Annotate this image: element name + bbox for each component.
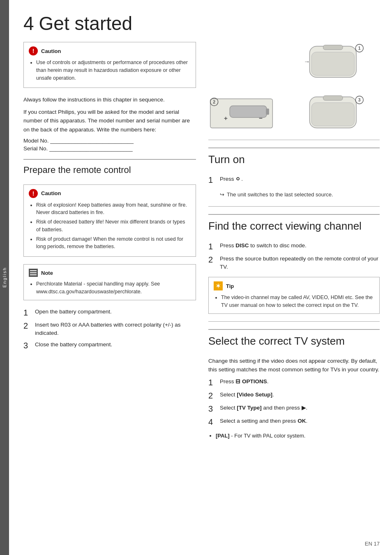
svg-rect-15 — [311, 103, 354, 126]
disc-bold: DISC — [235, 242, 249, 249]
turn-on-arrow: ↪ The unit switches to the last selected… — [208, 191, 333, 199]
remote-caution-item-0: Risk of explosion! Keep batteries away f… — [36, 201, 191, 217]
left-column: ! Caution Use of controls or adjustments… — [23, 42, 196, 440]
tv-sub-items: [PAL] - For TV with PAL color system. — [216, 433, 380, 439]
tip-item-0: The video-in channel may be called AV, V… — [221, 294, 374, 309]
tip-title: Tip — [226, 283, 234, 289]
tip-list: The video-in channel may be called AV, V… — [214, 294, 374, 309]
ok-label: OK — [297, 418, 306, 424]
svg-rect-5 — [311, 52, 354, 76]
find-channel-step-1: 1 Press DISC to switch to disc mode. — [208, 242, 380, 251]
serial-label: Serial No. ___________________________ — [23, 145, 196, 152]
battery-diagram-svg: 1 → + − — [208, 44, 380, 130]
svg-text:3: 3 — [358, 98, 361, 102]
find-channel-steps: 1 Press DISC to switch to disc mode. 2 P… — [208, 242, 380, 272]
tip-header: ✶ Tip — [214, 281, 374, 290]
content-columns: ! Caution Use of controls or adjustments… — [23, 42, 380, 440]
turn-on-step-1: 1 Press ⭘. ↪ The unit switches to the la… — [208, 175, 380, 199]
chapter-number: 4 — [23, 13, 34, 34]
top-caution-box: ! Caution Use of controls or adjustments… — [23, 42, 196, 88]
chapter-title-area: 4Get started — [23, 12, 380, 35]
svg-rect-10 — [266, 108, 269, 115]
note-icon — [29, 269, 38, 277]
tv-step-1: 1 Press ⊟ OPTIONS. — [208, 378, 380, 387]
note-list: Perchlorate Material - special handling … — [29, 280, 191, 296]
tv-step-4: 4 Select a setting and then press OK. — [208, 417, 380, 427]
pal-item: [PAL] - For TV with PAL color system. — [216, 433, 380, 439]
intro-para2: If you contact Philips, you will be aske… — [23, 108, 196, 134]
note-item-0: Perchlorate Material - special handling … — [36, 280, 191, 296]
tv-step-3: 3 Select [TV Type] and then press ▶. — [208, 404, 380, 414]
remote-steps: 1 Open the battery compartment. 2 Insert… — [23, 308, 196, 351]
caution-item: Use of controls or adjustments or perfor… — [36, 59, 191, 82]
caution-icon: ! — [29, 46, 38, 55]
caution-title: Caution — [41, 48, 61, 54]
options-label: OPTIONS — [242, 378, 267, 385]
chapter-title: Get started — [39, 13, 133, 34]
svg-text:2: 2 — [213, 100, 215, 104]
svg-rect-9 — [230, 106, 267, 117]
battery-diagram: 1 → + − — [208, 42, 380, 132]
tv-system-heading: Select the correct TV system — [208, 329, 380, 351]
find-channel-step-2: 2 Press the source button repeatedly on … — [208, 255, 380, 272]
tv-system-steps: 1 Press ⊟ OPTIONS. 2 Select [Video Setup… — [208, 378, 380, 427]
remote-caution-item-1: Risk of decreased battery life! Never mi… — [36, 218, 191, 234]
svg-text:+: + — [224, 115, 228, 122]
remote-step-2: 2 Insert two R03 or AAA batteries with c… — [23, 321, 196, 338]
note-title: Note — [41, 270, 53, 276]
remote-caution-list: Risk of explosion! Keep batteries away f… — [29, 201, 191, 251]
note-header: Note — [29, 269, 191, 277]
svg-rect-14 — [323, 96, 343, 100]
svg-rect-1 — [323, 45, 343, 50]
tip-icon: ✶ — [214, 281, 223, 290]
remote-caution-box: ! Caution Risk of explosion! Keep batter… — [23, 184, 196, 257]
video-setup-label: [Video Setup] — [237, 391, 272, 398]
remote-caution-icon: ! — [29, 189, 38, 198]
remote-caution-header: ! Caution — [29, 189, 191, 198]
page-number: EN 17 — [365, 541, 380, 547]
svg-text:→: → — [304, 58, 310, 65]
divider-turn-on — [208, 140, 380, 140]
right-column: 1 → + − — [208, 42, 380, 440]
svg-text:1: 1 — [358, 46, 361, 51]
caution-header: ! Caution — [29, 46, 191, 55]
main-content: 4Get started ! Caution Use of controls o… — [9, 0, 392, 555]
divider-tv-system — [208, 321, 380, 322]
model-label: Model No. ___________________________ — [23, 138, 196, 144]
divider-find-channel — [208, 206, 380, 207]
prepare-remote-heading: Prepare the remote control — [23, 159, 196, 179]
tv-step-2: 2 Select [Video Setup]. — [208, 391, 380, 401]
tv-type-label: [TV Type] — [237, 405, 262, 411]
remote-caution-item-2: Risk of product damage! When the remote … — [36, 235, 191, 251]
turn-on-steps: 1 Press ⭘. ↪ The unit switches to the la… — [208, 175, 380, 199]
remote-step-1: 1 Open the battery compartment. — [23, 308, 196, 318]
remote-caution-title: Caution — [41, 190, 61, 196]
caution-list: Use of controls or adjustments or perfor… — [29, 59, 191, 82]
tip-box: ✶ Tip The video-in channel may be called… — [208, 277, 380, 314]
options-icon-bold: ⊟ — [235, 378, 240, 385]
turn-on-heading: Turn on — [208, 147, 380, 169]
find-channel-heading: Find the correct viewing channel — [208, 214, 380, 236]
sidebar-tab: English — [0, 0, 9, 555]
note-box: Note Perchlorate Material - special hand… — [23, 264, 196, 300]
sidebar-label: English — [2, 267, 7, 288]
remote-step-3: 3 Close the battery compartment. — [23, 341, 196, 350]
intro-para1: Always follow the instructions in this c… — [23, 95, 196, 104]
tv-system-intro: Change this setting if the video does no… — [208, 357, 380, 374]
